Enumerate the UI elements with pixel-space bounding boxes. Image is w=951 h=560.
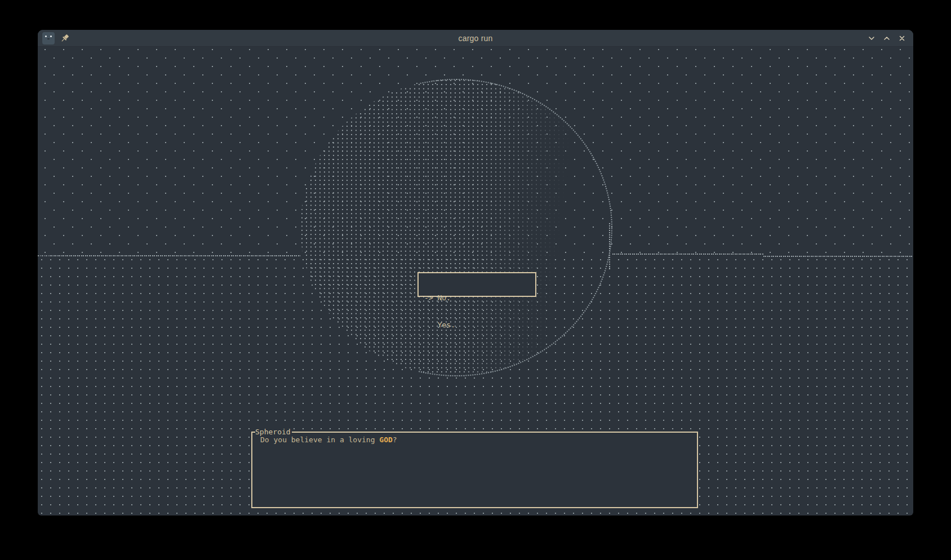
selection-arrow: -> [424, 294, 437, 303]
chevron-down-icon [868, 34, 876, 42]
horizon-line-left [38, 255, 300, 256]
question-text: Do you believe in a loving [260, 435, 379, 444]
minimize-button[interactable] [868, 34, 876, 42]
question-suffix: ? [393, 435, 397, 444]
horizon-line-middle [612, 254, 763, 255]
window-title: cargo run [459, 34, 493, 43]
kitty-terminal-icon[interactable] [42, 32, 55, 45]
titlebar: cargo run [38, 30, 913, 47]
cat-eye-left [45, 35, 47, 37]
dialog-box: Spheroid Do you believe in a loving GOD? [251, 432, 698, 508]
titlebar-left-icons [42, 30, 70, 47]
menu-option-no[interactable]: ->No. [424, 294, 535, 303]
terminal-window: cargo run [38, 30, 913, 515]
menu-option-yes-label: Yes. [437, 321, 455, 329]
question-emphasis: GOD [379, 435, 392, 444]
pin-icon[interactable] [60, 33, 70, 43]
terminal-screen: ->No. Yes. Spheroid Do you believe in a … [38, 47, 913, 515]
cat-mouth [47, 38, 50, 39]
cat-eye-right [50, 35, 52, 37]
close-icon [898, 34, 906, 42]
close-button[interactable] [898, 34, 906, 42]
horizon-line-right [763, 256, 913, 257]
dialog-title: Spheroid [255, 428, 292, 437]
window-controls [868, 30, 906, 47]
menu-option-yes[interactable]: Yes. [424, 321, 535, 330]
chevron-up-icon [883, 34, 891, 42]
menu-option-no-label: No. [437, 294, 450, 302]
maximize-button[interactable] [883, 34, 891, 42]
choice-menu: ->No. Yes. [417, 272, 536, 297]
dialog-question: Do you believe in a loving GOD? [252, 433, 697, 445]
